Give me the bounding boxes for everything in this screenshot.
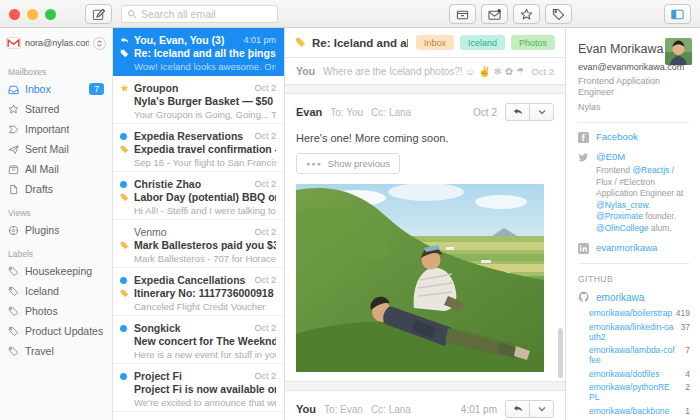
sidebar-item-sent-mail[interactable]: Sent Mail xyxy=(0,139,112,159)
thread-header: Re: Iceland and all the þings!! Inbox Ic… xyxy=(285,28,565,58)
section-title-mailboxes: Mailboxes xyxy=(8,67,112,77)
repo-link[interactable]: emorikawa/dotfiles xyxy=(589,369,675,379)
close-window-button[interactable] xyxy=(9,9,20,20)
list-item[interactable]: Expedia Cancellations Oct 2 Itinerary No… xyxy=(113,268,284,316)
ellipsis-icon: ●●● xyxy=(306,160,322,167)
reply-icon xyxy=(120,36,129,45)
chevron-updown-icon xyxy=(96,40,103,47)
list-item[interactable]: You, Evan, You (3) 4:01 pm Re: Iceland a… xyxy=(113,28,284,76)
accounts-sidebar: nora@nylas.com Mailboxes Inbox 7 xyxy=(0,28,113,420)
list-item[interactable]: Venmo Oct 2 Mark Ballesteros paid you $3… xyxy=(113,220,284,268)
list-item[interactable]: Christie Zhao Oct 2 Labor Day (potential… xyxy=(113,172,284,220)
github-repo-row: emorikawa/lambda-coffee 7 xyxy=(589,345,690,365)
list-item[interactable]: Project Fi Oct 2 Project Fi is now avail… xyxy=(113,364,284,412)
github-repo-row: emorikawa/dotfiles 4 xyxy=(589,369,690,379)
show-previous-button[interactable]: ●●● Show previous xyxy=(296,153,400,174)
collapsed-message[interactable]: You Where are the Iceland photos?! ☺ ✌ ❄… xyxy=(285,58,565,85)
sidebar-item-inbox[interactable]: Inbox 7 xyxy=(0,79,112,99)
sidebar-item-photos[interactable]: Photos xyxy=(0,301,112,321)
archive-button[interactable] xyxy=(449,4,476,24)
sidebar-item-important[interactable]: Important xyxy=(0,119,112,139)
repo-star-count: 419 xyxy=(676,308,690,318)
search-bar[interactable] xyxy=(121,5,278,23)
sidebar-item-plugins[interactable]: Plugins xyxy=(0,220,112,240)
sidebar-item-drafts[interactable]: Drafts xyxy=(0,179,112,199)
repo-star-count: 4 xyxy=(685,369,690,379)
mark-unread-button[interactable] xyxy=(481,4,508,24)
attachment-photo[interactable] xyxy=(296,184,544,372)
linkedin-row: evanmorikawa xyxy=(578,242,690,254)
account-collapse-chevron[interactable] xyxy=(93,37,106,50)
list-item[interactable]: Songkick Oct 2 New concert for The Weekn… xyxy=(113,316,284,364)
unread-dot xyxy=(120,373,127,380)
iceland-photo xyxy=(296,184,544,372)
unread-envelope-icon xyxy=(488,8,501,21)
sidebar-toggle-button[interactable] xyxy=(664,4,691,24)
github-repo-row: emorikawa/linkedin-oauth2 37 xyxy=(589,322,690,342)
sidebar-item-travel[interactable]: Travel xyxy=(0,341,112,361)
github-repo-list: emorikawa/boilerstrap 419 emorikawa/link… xyxy=(589,308,690,420)
list-item[interactable]: Groupon Oct 2 Nyla's Burger Basket — $50… xyxy=(113,76,284,124)
inbox-unread-badge: 7 xyxy=(89,83,104,95)
repo-star-count: 37 xyxy=(681,322,690,332)
twitter-handle[interactable]: @E0M xyxy=(596,151,690,162)
window-controls xyxy=(9,9,56,20)
facebook-link[interactable]: Facebook xyxy=(596,131,638,142)
thread-list: You, Evan, You (3) 4:01 pm Re: Iceland a… xyxy=(113,28,285,420)
facebook-icon xyxy=(578,132,589,143)
compose-button[interactable] xyxy=(85,4,112,24)
reply-icon xyxy=(513,107,523,117)
account-row[interactable]: nora@nylas.com xyxy=(0,28,112,58)
contact-role: Frontend Application Engineer xyxy=(578,76,690,98)
repo-link[interactable]: emorikawa/linkedin-oauth2 xyxy=(589,322,675,342)
label-chip-inbox[interactable]: Inbox xyxy=(416,35,454,50)
tag-icon xyxy=(8,326,19,337)
reply-button[interactable] xyxy=(505,400,530,418)
account-email: nora@nylas.com xyxy=(25,38,89,48)
reply-button[interactable] xyxy=(505,103,530,121)
linkedin-link[interactable]: evanmorikawa xyxy=(596,242,657,253)
github-section-label: GITHUB xyxy=(578,274,690,284)
tag-icon xyxy=(552,8,565,21)
chevron-down-icon xyxy=(537,404,547,414)
message-header: Evan To: You Cc: Lana Oct 2 xyxy=(296,103,554,121)
search-icon xyxy=(127,9,137,19)
list-item[interactable]: Expedia Reservations Oct 2 Expedia trave… xyxy=(113,124,284,172)
sidebar-item-product-updates[interactable]: Product Updates xyxy=(0,321,112,341)
repo-link[interactable]: emorikawa/backbone xyxy=(589,406,675,416)
message-more-button[interactable] xyxy=(529,103,554,121)
github-user-link[interactable]: emorikawa xyxy=(596,292,644,303)
twitter-icon xyxy=(578,152,589,163)
unread-dot xyxy=(120,133,127,140)
repo-link[interactable]: emorikawa/lambda-coffee xyxy=(589,345,675,365)
message-more-button[interactable] xyxy=(529,400,554,418)
inbox-icon xyxy=(8,84,19,95)
starred-icon xyxy=(120,84,129,93)
repo-link[interactable]: emorikawa/pythonREPL xyxy=(589,382,675,402)
zoom-window-button[interactable] xyxy=(45,9,56,20)
repo-link[interactable]: emorikawa/boilerstrap xyxy=(589,308,675,318)
app-window: nora@nylas.com Mailboxes Inbox 7 xyxy=(0,0,700,420)
divider xyxy=(578,122,690,123)
label-tag-icon xyxy=(120,49,129,58)
sidebar-item-all-mail[interactable]: All Mail xyxy=(0,159,112,179)
twitter-row: @E0M Frontend @Reactjs / Flux / #Electro… xyxy=(578,151,690,234)
label-chip-iceland[interactable]: Iceland xyxy=(460,35,505,50)
label-tag-icon xyxy=(295,37,306,48)
label-button[interactable] xyxy=(545,4,572,24)
sidebar-item-starred[interactable]: Starred xyxy=(0,99,112,119)
label-chip-photos[interactable]: Photos xyxy=(511,35,555,50)
tag-icon xyxy=(8,286,19,297)
minimize-window-button[interactable] xyxy=(27,9,38,20)
star-button[interactable] xyxy=(513,4,540,24)
sidebar-item-housekeeping[interactable]: Housekeeping xyxy=(0,261,112,281)
thread-scrollbar[interactable] xyxy=(558,328,563,378)
search-input[interactable] xyxy=(141,8,272,20)
avatar xyxy=(665,38,692,65)
sidebar-item-iceland[interactable]: Iceland xyxy=(0,281,112,301)
repo-star-count: 7 xyxy=(685,345,690,355)
github-repo-row: emorikawa/pythonREPL 2 xyxy=(589,382,690,402)
section-title-labels: Labels xyxy=(8,249,112,259)
thread-subject: Re: Iceland and all the þings!! xyxy=(312,37,408,49)
chevron-down-icon xyxy=(537,107,547,117)
